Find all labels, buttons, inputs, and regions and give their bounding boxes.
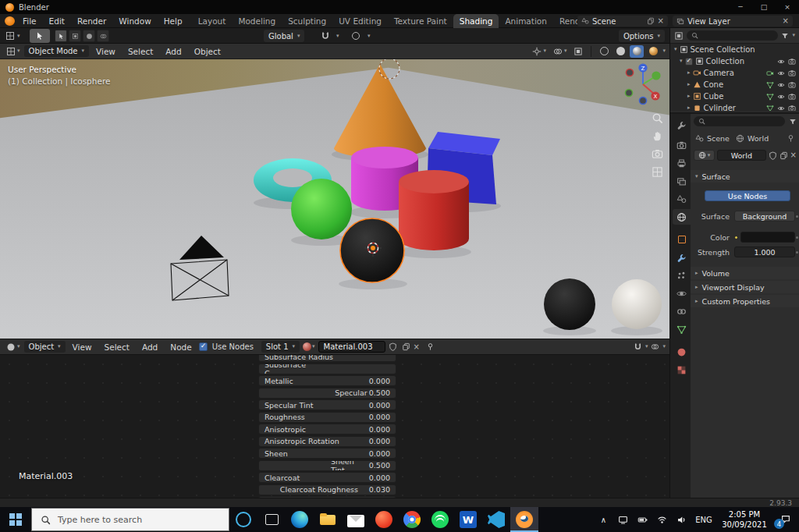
props-tab-particles[interactable] — [673, 268, 691, 283]
minimize-button[interactable]: ─ — [729, 0, 752, 14]
object-cylinder-red[interactable] — [399, 170, 469, 250]
shading-solid-button[interactable] — [613, 45, 627, 58]
breadcrumb-world-icon[interactable] — [736, 134, 744, 143]
shader-menu-select[interactable]: Select — [99, 342, 135, 352]
node-input-metallic[interactable]: Metallic0.000 — [258, 375, 396, 386]
node-input-subsurface-radius[interactable]: Subsurface Radius — [258, 355, 396, 362]
snap-dropdown[interactable] — [334, 30, 342, 42]
menu-file[interactable]: File — [16, 16, 43, 26]
node-input-anisotropic[interactable]: Anisotropic0.000 — [258, 424, 396, 434]
task-view-button[interactable] — [257, 507, 286, 532]
props-tab-physics[interactable] — [673, 286, 691, 301]
cortana-button[interactable] — [229, 507, 257, 532]
object-sphere-black[interactable] — [544, 278, 595, 330]
zoom-tool-icon[interactable] — [652, 112, 666, 126]
properties-search-input[interactable] — [694, 116, 785, 126]
viewport-menu-add[interactable]: Add — [160, 47, 186, 56]
taskbar-icon-vscode[interactable] — [482, 507, 510, 532]
workspace-tab-texture-paint[interactable]: Texture Paint — [388, 14, 453, 28]
menu-help[interactable]: Help — [158, 16, 189, 26]
taskbar-icon-blender-active[interactable] — [510, 507, 538, 532]
outliner-filter-dropdown[interactable] — [792, 33, 795, 38]
use-nodes-button[interactable]: Use Nodes — [705, 190, 790, 201]
new-scene-icon[interactable] — [647, 17, 655, 25]
custom-properties-panel-header[interactable]: Custom Properties — [691, 295, 799, 307]
object-camera[interactable] — [171, 260, 229, 300]
blender-menu-icon[interactable] — [5, 16, 15, 26]
collection-checkbox[interactable] — [685, 58, 693, 66]
viewport-menu-view[interactable]: View — [91, 47, 121, 56]
scene-selector[interactable]: Scene — [577, 16, 668, 27]
object-sphere-white[interactable] — [612, 279, 662, 329]
fake-user-shield-icon[interactable] — [387, 342, 399, 351]
xray-toggle[interactable] — [571, 47, 585, 56]
gizmo-y-axis[interactable] — [652, 71, 660, 80]
battery-icon[interactable] — [633, 507, 652, 532]
snap-options-dropdown[interactable] — [645, 344, 648, 349]
slot-dropdown[interactable]: Slot 1 — [261, 341, 300, 353]
color-swatch[interactable] — [740, 232, 795, 243]
use-nodes-checkbox[interactable] — [199, 342, 208, 351]
render-visibility-icon[interactable] — [788, 58, 796, 66]
breadcrumb-scene-icon[interactable] — [695, 134, 704, 143]
shading-material-preview-button[interactable] — [630, 45, 644, 58]
props-tab-constraints[interactable] — [673, 303, 691, 319]
taskbar-icon-mail[interactable] — [342, 507, 370, 532]
object-icosphere-selected[interactable] — [340, 218, 404, 282]
shader-menu-view[interactable]: View — [67, 342, 98, 352]
viewport-menu-select[interactable]: Select — [123, 47, 158, 56]
node-input-subsurface-color[interactable]: Subsurface C... — [258, 364, 396, 374]
transform-orientation-dropdown[interactable]: Global — [264, 30, 304, 42]
3d-viewport[interactable]: User Perspective (1) Collection | Icosph… — [0, 59, 669, 339]
shader-menu-node[interactable]: Node — [165, 342, 197, 352]
node-input-sheen[interactable]: Sheen0.000 — [258, 448, 396, 459]
camera-view-icon[interactable] — [652, 148, 666, 162]
display-icon[interactable] — [613, 507, 633, 532]
outliner-row-cylinder[interactable]: Cylinder — [670, 102, 799, 111]
props-tab-render[interactable] — [673, 137, 691, 153]
principled-bsdf-node[interactable]: Subsurface Radius Subsurface C... Metall… — [258, 355, 396, 498]
render-visibility-icon[interactable] — [788, 105, 796, 112]
pan-hand-icon[interactable] — [652, 130, 666, 144]
taskbar-icon-chrome[interactable] — [398, 507, 426, 532]
taskbar-clock[interactable]: 2:05 PM 30/09/2021 — [716, 509, 772, 530]
expand-icon[interactable] — [687, 105, 691, 111]
notification-center-button[interactable]: 4 — [772, 507, 799, 532]
eye-icon[interactable] — [777, 58, 785, 66]
shader-menu-add[interactable]: Add — [137, 342, 163, 352]
node-input-clearcoat[interactable]: Clearcoat0.000 — [258, 472, 396, 483]
props-tab-object[interactable] — [673, 232, 691, 247]
props-tab-world[interactable] — [673, 209, 691, 225]
viewport-display-panel-header[interactable]: Viewport Display — [691, 281, 799, 293]
world-name-field[interactable]: World — [717, 150, 766, 161]
eye-icon[interactable] — [777, 105, 785, 112]
menu-window[interactable]: Window — [112, 16, 157, 26]
node-input-anisotropic-rotation[interactable]: Anisotropic Rotation0.000 — [258, 436, 396, 447]
workspace-tab-sculpting[interactable]: Sculpting — [282, 14, 332, 28]
shading-wireframe-button[interactable] — [597, 45, 611, 58]
proportional-dropdown[interactable] — [365, 30, 373, 42]
shader-type-dropdown[interactable]: Object — [24, 341, 66, 353]
node-input-roughness[interactable]: Roughness0.000 — [258, 412, 396, 423]
select-mode-circle[interactable] — [83, 30, 95, 42]
new-world-icon[interactable] — [779, 151, 788, 160]
viewport-menu-object[interactable]: Object — [189, 47, 226, 56]
object-camera-cone[interactable] — [179, 236, 224, 260]
taskbar-icon-browser[interactable] — [370, 507, 398, 532]
render-visibility-icon[interactable] — [788, 69, 796, 77]
outliner-editor-icon[interactable] — [674, 31, 684, 41]
editor-type-button[interactable] — [3, 30, 23, 42]
snap-toggle[interactable] — [318, 30, 332, 42]
new-material-icon[interactable] — [400, 342, 412, 351]
props-tab-output[interactable] — [673, 155, 691, 171]
volume-icon[interactable] — [672, 507, 691, 532]
unlink-scene-icon[interactable] — [658, 17, 664, 25]
expand-icon[interactable] — [680, 59, 683, 64]
wifi-icon[interactable] — [652, 507, 672, 532]
show-overlays-dropdown[interactable] — [551, 47, 570, 56]
outliner-row-scene-collection[interactable]: Scene Collection — [670, 44, 799, 55]
gizmo-y-negative[interactable] — [625, 89, 632, 96]
expand-icon[interactable] — [687, 82, 691, 87]
viewport-editor-type-button[interactable] — [4, 47, 23, 56]
outliner-row-camera[interactable]: Camera — [670, 67, 799, 79]
